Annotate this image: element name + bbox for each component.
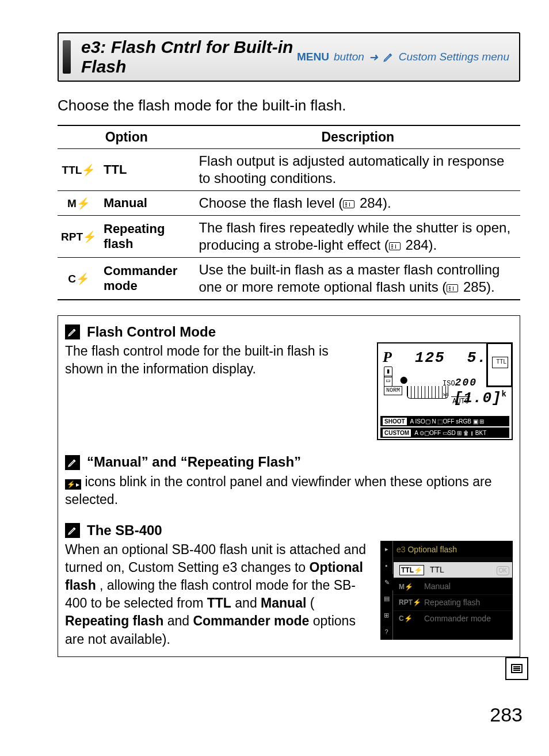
t-bold: TTL: [207, 595, 231, 610]
menu-title-text: Optional flash: [407, 545, 457, 554]
lcd-bar-shoot-tag: SHOOT: [383, 418, 407, 426]
page-ref-icon: [447, 284, 458, 292]
note-body-text: icons blink in the control panel and vie…: [65, 474, 491, 507]
arrow-icon: ➜: [369, 51, 378, 64]
option-icon: RPT⚡: [58, 216, 100, 258]
option-name: Commander mode: [100, 258, 195, 300]
menu-item-label: Manual: [424, 581, 451, 592]
menu-path-dest: Custom Settings menu: [399, 51, 509, 63]
menu-title-pre: e3: [396, 545, 406, 554]
option-name: Manual: [100, 191, 195, 216]
flash-indicator-icon: ⚡▸: [65, 479, 81, 490]
lcd-mode: P: [383, 347, 393, 367]
lcd-frames-num: 1.0: [463, 390, 492, 407]
col-description: Description: [195, 125, 520, 149]
menu-item-label: TTL: [430, 564, 444, 575]
note-body: The flash control mode for the built-in …: [65, 342, 365, 378]
menu-item-icon: TTL⚡: [399, 565, 424, 575]
notes-box: Flash Control Mode The flash control mod…: [58, 315, 520, 657]
page-number: 283: [490, 704, 523, 726]
t-bold: Repeating flash: [65, 613, 163, 628]
menu-item-label: Commander mode: [424, 613, 491, 624]
note-title: The SB-400: [87, 521, 162, 540]
table-row: C⚡Commander modeUse the built-in flash a…: [58, 258, 520, 300]
lcd-bar-custom-tag: CUSTOM: [383, 429, 411, 437]
option-name: Repeating flash: [100, 216, 195, 258]
camera-menu-graphic: ▸ ▪ ✎ ▤ ⊞ ? e3 Optional flash TTL⚡TTLM⚡M…: [380, 541, 513, 640]
menu-item-icon: C⚡: [399, 614, 418, 623]
page-ref-icon: [343, 200, 354, 208]
pencil-icon: [383, 51, 394, 63]
note-sb400: The SB-400 When an optional SB-400 flash…: [65, 521, 513, 648]
table-row: RPT⚡Repeating flashThe flash fires repea…: [58, 216, 520, 258]
intro-text: Choose the flash mode for the built-in f…: [58, 97, 520, 114]
ok-badge: OK: [497, 566, 509, 575]
lcd-frames: [1.0]k: [454, 388, 507, 408]
note-title: “Manual” and “Repeating Flash”: [87, 453, 301, 471]
tab-icon: ▤: [380, 590, 393, 607]
menu-item-label: Repeating flash: [424, 597, 480, 608]
option-icon: M⚡: [58, 191, 100, 216]
note-body: When an optional SB-400 flash unit is at…: [65, 541, 369, 648]
table-row: TTL⚡TTLFlash output is adjusted automati…: [58, 149, 520, 191]
pencil-icon: [65, 523, 80, 538]
option-icon: TTL⚡: [58, 149, 100, 191]
lcd-norm: NORM: [384, 386, 402, 395]
tab-icon: ✎: [380, 574, 393, 591]
options-table: Option Description TTL⚡TTLFlash output i…: [58, 125, 520, 300]
menu-item-icon: RPT⚡: [399, 598, 418, 607]
option-icon: C⚡: [58, 258, 100, 300]
lcd-dot-icon: ⬤: [398, 376, 409, 386]
option-name: TTL: [100, 149, 195, 191]
t-bold: Manual: [261, 595, 306, 610]
lcd-bar-shoot-rest: A ISO▢ N ⬚OFF sRGB ▣ ⊞: [410, 418, 485, 426]
option-desc: Use the built-in flash as a master flash…: [195, 258, 520, 300]
menu-list: TTL⚡TTLM⚡ManualRPT⚡Repeating flashC⚡Comm…: [393, 562, 513, 627]
note-body: ⚡▸ icons blink in the control panel and …: [65, 473, 513, 509]
option-desc: Choose the flash level ( 284).: [195, 191, 520, 216]
page-ref-icon: [389, 242, 401, 250]
menu-tabs: ▸ ▪ ✎ ▤ ⊞ ?: [380, 541, 393, 640]
t: and: [235, 595, 261, 610]
menu-path: MENU button ➜ Custom Settings menu: [297, 51, 509, 64]
option-desc: Flash output is adjusted automatically i…: [195, 149, 520, 191]
lcd-bar-shoot: SHOOTA ISO▢ N ⬚OFF sRGB ▣ ⊞: [380, 416, 509, 426]
tab-icon: ⊞: [380, 607, 393, 624]
thumb-index-icon: [505, 657, 528, 680]
t: and: [167, 613, 193, 628]
note-title: Flash Control Mode: [87, 323, 216, 341]
menu-item: TTL⚡TTL: [393, 562, 513, 578]
pencil-icon: [65, 455, 80, 470]
t-bold: Commander mode: [193, 613, 309, 628]
t: (: [310, 595, 315, 610]
menu-item-icon: M⚡: [399, 582, 418, 591]
lcd-bar-custom-rest: A ⊙▢OFF ▭SD ⊞ 🗑 ⫿ BKT: [414, 429, 486, 437]
info-display-graphic: P 125 5.6 ▮ ▭⬤ ISO200 NORM AUTO [1.0]k S…: [377, 342, 513, 440]
option-desc: The flash fires repeatedly while the shu…: [195, 216, 520, 258]
menu-item: M⚡Manual: [393, 578, 513, 594]
pencil-icon: [65, 324, 80, 339]
note-manual-repeating: “Manual” and “Repeating Flash” ⚡▸ icons …: [65, 453, 513, 508]
menu-item: C⚡Commander mode: [393, 610, 513, 627]
lcd-bar-custom: CUSTOMA ⊙▢OFF ▭SD ⊞ 🗑 ⫿ BKT: [380, 427, 509, 438]
ttl-callout: [486, 342, 513, 387]
lcd-frames-suffix: k: [502, 390, 507, 399]
menu-title: e3 Optional flash: [396, 544, 457, 555]
menu-word: MENU: [297, 51, 329, 63]
lcd-meter: [407, 386, 448, 399]
menu-path-button: button: [334, 51, 364, 63]
table-row: M⚡ManualChoose the flash level ( 284).: [58, 191, 520, 216]
col-option: Option: [58, 125, 195, 149]
tab-icon: ▪: [380, 558, 393, 574]
tab-icon: ▸: [380, 541, 393, 558]
page: e3: Flash Cntrl for Built-in Flash MENU …: [0, 0, 549, 756]
section-header: e3: Flash Cntrl for Built-in Flash MENU …: [58, 32, 520, 82]
tab-icon: ?: [380, 624, 393, 640]
section-title: e3: Flash Cntrl for Built-in Flash: [81, 37, 297, 77]
menu-item: RPT⚡Repeating flash: [393, 594, 513, 610]
note-flash-control-mode: Flash Control Mode The flash control mod…: [65, 323, 513, 440]
lcd-iso-value: 200: [455, 377, 477, 388]
lcd-shutter: 125: [415, 348, 445, 368]
lcd-card-icon: ▭: [384, 376, 392, 386]
menu-sep: [393, 557, 513, 562]
